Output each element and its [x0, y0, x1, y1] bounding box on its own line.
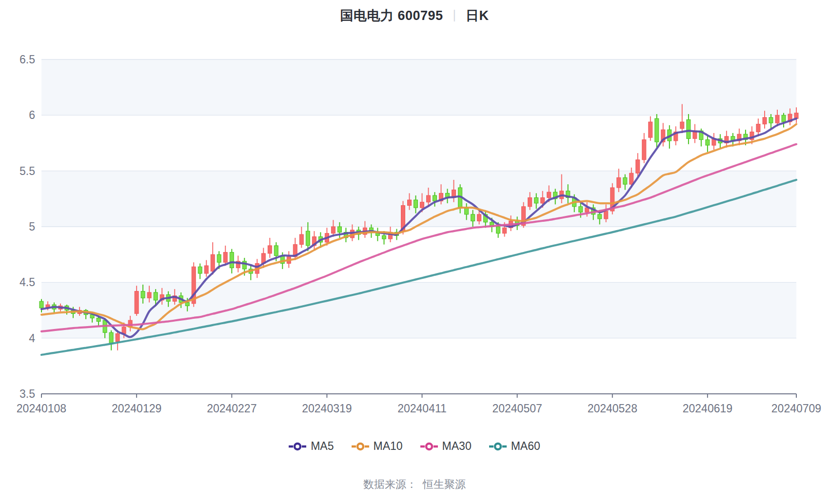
legend-item-ma5[interactable]: MA5	[289, 440, 334, 453]
y-axis-label: 5	[29, 220, 35, 233]
ma5-legend-marker	[289, 442, 306, 451]
kline-chart-canvas[interactable]: 6.565.554.543.52024010820240129202402272…	[0, 0, 829, 504]
x-axis	[41, 394, 796, 398]
legend-item-ma60[interactable]: MA60	[489, 440, 540, 453]
y-axis-label: 4.5	[20, 276, 35, 289]
data-source: 数据来源：恒生聚源	[0, 477, 829, 492]
kline-page: 国电电力 600795|日K 6.565.554.543.52024010820…	[0, 0, 829, 504]
x-axis-label: 20240108	[17, 402, 66, 415]
legend-label: MA60	[511, 440, 540, 453]
x-axis-labels: 2024010820240129202402272024031920240411…	[17, 402, 821, 415]
y-axis-label: 3.5	[20, 388, 35, 400]
ma60-legend-marker	[489, 442, 507, 451]
y-axis-label: 5.5	[20, 165, 35, 177]
y-axis-label: 6	[29, 109, 35, 121]
x-axis-label: 20240129	[112, 402, 161, 415]
data-source-label: 数据来源：	[363, 478, 417, 490]
x-axis-label: 20240528	[588, 402, 637, 415]
y-axis-labels: 6.565.554.543.5	[20, 53, 35, 400]
legend-label: MA5	[311, 440, 334, 453]
x-axis-label: 20240709	[771, 402, 821, 415]
chart-legend: MA5MA10MA30MA60	[0, 440, 829, 453]
y-axis-label: 6.5	[20, 53, 35, 66]
legend-item-ma10[interactable]: MA10	[352, 440, 403, 453]
x-axis-label: 20240411	[397, 402, 447, 415]
x-axis-label: 20240507	[492, 402, 542, 415]
x-axis-label: 20240319	[302, 402, 352, 415]
x-axis-label: 20240619	[683, 402, 732, 415]
ma10-legend-marker	[352, 442, 369, 451]
ma30-legend-marker	[420, 442, 438, 451]
x-axis-label: 20240227	[207, 402, 257, 415]
legend-item-ma30[interactable]: MA30	[420, 440, 472, 453]
legend-label: MA10	[374, 440, 403, 453]
y-axis-label: 4	[29, 332, 35, 345]
data-source-value: 恒生聚源	[423, 478, 466, 490]
legend-label: MA30	[442, 440, 472, 453]
